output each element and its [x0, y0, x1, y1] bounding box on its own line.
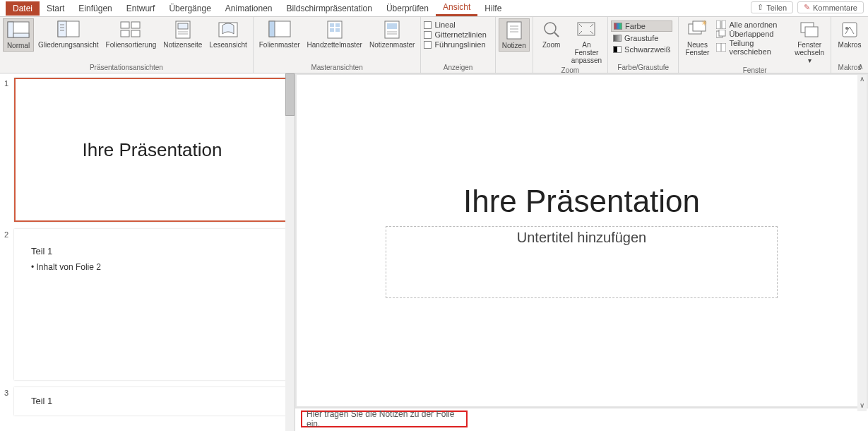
svg-text:✳: ✳	[701, 20, 707, 27]
slide-sorter-button[interactable]: Foliensortierung	[103, 18, 160, 50]
grayscale-button[interactable]: Graustufe	[611, 33, 672, 43]
ruler-checkbox[interactable]: Lineal	[424, 20, 486, 29]
tab-design[interactable]: Entwurf	[119, 1, 162, 16]
notes-master-button[interactable]: Notizenmaster	[367, 18, 417, 50]
ribbon: Normal Gliederungsansicht Foliensortieru…	[0, 17, 868, 73]
fit-window-icon	[575, 20, 598, 40]
svg-rect-13	[178, 23, 188, 29]
share-button[interactable]: ⇧Teilen	[751, 1, 793, 13]
slide-sorter-icon	[119, 20, 142, 40]
tab-transitions[interactable]: Übergänge	[162, 1, 218, 16]
guides-checkbox[interactable]: Führungslinien	[424, 40, 486, 49]
tab-animations[interactable]: Animationen	[218, 1, 280, 16]
svg-rect-39	[722, 20, 726, 29]
group-label-show: Anzeigen	[424, 63, 492, 73]
tab-insert[interactable]: Einfügen	[71, 1, 119, 16]
slide-title-text[interactable]: Ihre Präsentation	[463, 184, 700, 219]
scroll-down-icon[interactable]: ∨	[857, 401, 867, 411]
group-window: ✳ NeuesFenster Alle anordnen Überlappend…	[679, 17, 831, 73]
outline-view-button[interactable]: Gliederungsansicht	[35, 18, 102, 50]
normal-view-button[interactable]: Normal	[3, 18, 34, 52]
reading-view-button[interactable]: Leseansicht	[206, 18, 249, 50]
group-notes: Notizen	[496, 17, 533, 73]
switch-window-button[interactable]: Fensterwechseln ▾	[791, 18, 828, 66]
svg-rect-38	[716, 20, 720, 29]
slide-thumbnail-1[interactable]: Ihre Präsentation	[14, 78, 290, 222]
zoom-button[interactable]: Zoom	[536, 18, 567, 50]
group-show: Lineal Gitternetzlinien Führungslinien A…	[421, 17, 495, 73]
tab-file[interactable]: Datei	[6, 1, 40, 16]
group-presentation-views: Normal Gliederungsansicht Foliensortieru…	[0, 17, 254, 73]
notes-master-icon	[381, 20, 403, 40]
svg-point-32	[545, 23, 556, 34]
tab-help[interactable]: Hilfe	[477, 1, 509, 16]
group-master-views: Folienmaster Handzettelmaster Notizenmas…	[254, 17, 422, 73]
slide-master-icon	[268, 20, 291, 40]
svg-rect-46	[843, 23, 857, 37]
svg-rect-34	[578, 23, 595, 35]
svg-rect-41	[719, 30, 725, 36]
svg-rect-20	[330, 23, 334, 27]
tab-view[interactable]: Ansicht	[436, 0, 477, 16]
thumbnail-row-2[interactable]: 2 Teil 1 • Inhalt von Folie 2	[0, 225, 295, 383]
notes-icon	[503, 20, 525, 40]
editor-scrollbar[interactable]: ∧ ∨	[857, 75, 867, 411]
tab-slideshow[interactable]: Bildschirmpräsentation	[280, 1, 379, 16]
group-label-master: Masteransichten	[256, 63, 418, 73]
gridlines-checkbox[interactable]: Gitternetzlinien	[424, 30, 486, 39]
reading-view-icon	[217, 20, 239, 40]
slide-number: 1	[4, 78, 14, 222]
handout-master-button[interactable]: Handzettelmaster	[304, 18, 365, 50]
svg-rect-45	[805, 27, 818, 37]
fit-window-button[interactable]: An Fensteranpassen	[569, 18, 605, 66]
split-icon	[716, 43, 726, 52]
slide-master-button[interactable]: Folienmaster	[256, 18, 303, 50]
scroll-up-icon[interactable]: ∧	[857, 75, 867, 85]
slide-thumbnails-panel[interactable]: 1 Ihre Präsentation 2 Teil 1 • Inhalt vo…	[0, 73, 295, 431]
svg-rect-23	[335, 28, 340, 32]
arrange-all-button[interactable]: Alle anordnen	[714, 20, 790, 29]
svg-rect-21	[335, 23, 340, 27]
slide-number: 2	[4, 229, 14, 380]
svg-rect-4	[58, 21, 66, 37]
comments-button[interactable]: ✎Kommentare	[797, 1, 864, 13]
move-split-button[interactable]: Teilung verschieben	[714, 39, 790, 56]
notes-page-icon	[172, 20, 194, 40]
notes-toggle-button[interactable]: Notizen	[499, 18, 530, 52]
svg-line-33	[554, 33, 559, 37]
notes-input-highlighted[interactable]: Hier tragen Sie die Notizen zu der Folie…	[301, 411, 468, 427]
collapse-ribbon-button[interactable]: ∧	[857, 61, 864, 71]
slide-canvas[interactable]: Ihre Präsentation Untertitel hinzufügen	[309, 81, 854, 401]
thumb-title: Ihre Präsentation	[82, 139, 222, 161]
slide-canvas-wrap: Ihre Präsentation Untertitel hinzufügen	[297, 75, 867, 406]
thumb-title: Teil 1	[31, 246, 52, 256]
tabs-right: ⇧Teilen ✎Kommentare	[751, 1, 864, 13]
svg-rect-28	[507, 22, 521, 39]
thumbnail-row-1[interactable]: 1 Ihre Präsentation	[0, 73, 295, 225]
slide-subtitle-placeholder[interactable]: Untertitel hinzufügen	[386, 226, 778, 298]
new-window-button[interactable]: ✳ NeuesFenster	[682, 18, 713, 58]
color-button[interactable]: Farbe	[611, 20, 672, 32]
slide-thumbnail-3[interactable]: Teil 1	[14, 387, 290, 415]
menu-tabs: Datei Start Einfügen Entwurf Übergänge A…	[0, 0, 868, 17]
macros-button[interactable]: Makros	[834, 18, 865, 50]
thumbnail-row-3[interactable]: 3 Teil 1	[0, 383, 295, 418]
tab-review[interactable]: Überprüfen	[379, 1, 436, 16]
normal-view-icon	[7, 20, 30, 40]
group-label-color: Farbe/Graustufe	[611, 63, 675, 73]
chevron-down-icon: ▾	[808, 57, 811, 64]
slide-thumbnail-2[interactable]: Teil 1 • Inhalt von Folie 2	[14, 229, 290, 380]
group-label-presentation: Präsentationsansichten	[3, 63, 250, 73]
slide-editor: Ihre Präsentation Untertitel hinzufügen …	[295, 73, 868, 431]
overlap-icon	[716, 30, 726, 38]
comment-icon: ✎	[804, 3, 810, 12]
svg-rect-9	[131, 22, 140, 28]
tab-start[interactable]: Start	[40, 1, 71, 16]
thumb-body: • Inhalt von Folie 2	[31, 262, 101, 272]
arrange-icon	[716, 20, 726, 29]
svg-rect-25	[387, 23, 397, 29]
blackwhite-button[interactable]: Schwarzweiß	[611, 45, 672, 54]
overlap-button[interactable]: Überlappend	[714, 30, 790, 38]
thumbnails-scrollbar[interactable]	[285, 73, 295, 431]
notes-page-button[interactable]: Notizenseite	[160, 18, 205, 50]
